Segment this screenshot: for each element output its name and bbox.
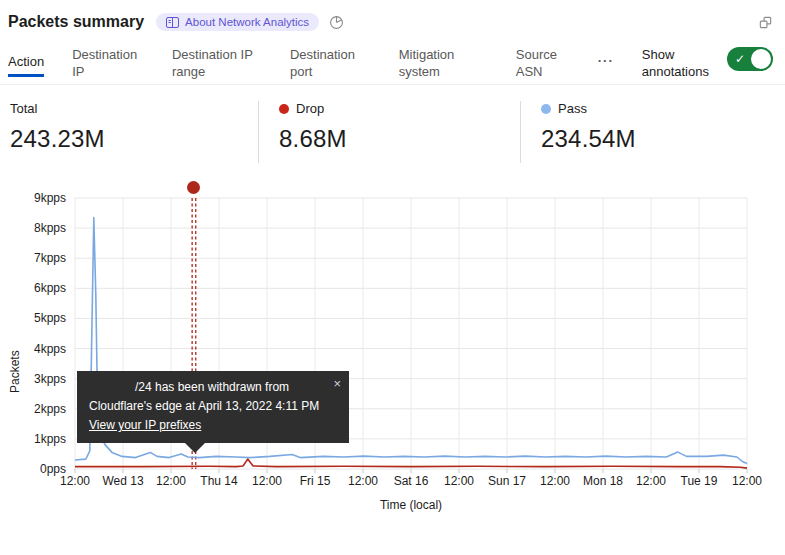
tooltip-line1: /24 has been withdrawn from (89, 378, 337, 397)
toggle-knob (751, 49, 771, 69)
stat-label: Drop (296, 101, 324, 116)
tooltip-line2: Cloudflare's edge at April 13, 2022 4:11… (89, 397, 337, 416)
stat-total: Total243.23M (10, 101, 258, 163)
annotation-marker[interactable] (187, 181, 200, 194)
header: Packets summary About Network Analytics (0, 0, 785, 34)
stat-value: 243.23M (10, 125, 258, 153)
view-ip-prefixes-link[interactable]: View your IP prefixes (89, 416, 201, 435)
y-tick-label: 9kpps (0, 191, 66, 205)
popout-icon[interactable] (758, 15, 773, 30)
y-tick-label: 7kpps (0, 251, 66, 265)
tab-source-asn[interactable]: Source ASN (516, 46, 570, 80)
tab-destination-ip-range[interactable]: Destination IP range (172, 46, 262, 80)
ellipsis-icon[interactable]: ··· (598, 53, 614, 68)
about-network-analytics-badge[interactable]: About Network Analytics (156, 13, 319, 31)
drop-legend-dot (279, 104, 289, 114)
annotations-toggle[interactable]: ✓ (727, 47, 773, 71)
y-tick-label: 1kpps (0, 432, 66, 446)
stat-label: Total (10, 101, 37, 116)
filter-tab-bar: ActionDestination IPDestination IP range… (0, 34, 785, 85)
tab-destination-ip[interactable]: Destination IP (72, 46, 144, 80)
show-annotations-control: Show annotations ✓ (642, 46, 773, 80)
tab-action[interactable]: Action (8, 53, 44, 77)
y-tick-label: 4kpps (0, 342, 66, 356)
stat-value: 8.68M (279, 125, 520, 153)
check-icon: ✓ (735, 51, 745, 67)
stat-value: 234.54M (541, 125, 636, 153)
annotation-tooltip: × /24 has been withdrawn from Cloudflare… (77, 371, 349, 443)
y-tick-label: 2kpps (0, 402, 66, 416)
book-icon (166, 17, 179, 28)
page-title: Packets summary (8, 13, 144, 31)
stat-drop: Drop8.68M (258, 101, 520, 163)
tab-mitigation-system[interactable]: Mitigation system (399, 46, 488, 80)
pass-legend-dot (541, 104, 551, 114)
close-icon[interactable]: × (333, 374, 341, 393)
badge-label: About Network Analytics (185, 16, 309, 28)
x-tick-label: 12:00 (715, 474, 779, 488)
packets-chart: Packets 9kpps8kpps7kpps6kpps5kpps4kpps3k… (0, 163, 785, 523)
y-tick-label: 6kpps (0, 281, 66, 295)
y-tick-label: 8kpps (0, 221, 66, 235)
x-axis-title: Time (local) (75, 498, 747, 512)
y-tick-label: 3kpps (0, 372, 66, 386)
stat-label: Pass (558, 101, 587, 116)
stats-row: Total243.23MDrop8.68MPass234.54M (0, 85, 785, 163)
pie-chart-icon[interactable] (329, 15, 344, 30)
show-annotations-label: Show annotations (642, 46, 711, 80)
stat-pass: Pass234.54M (520, 101, 636, 163)
y-tick-label: 5kpps (0, 311, 66, 325)
tab-destination-port[interactable]: Destination port (290, 46, 371, 80)
